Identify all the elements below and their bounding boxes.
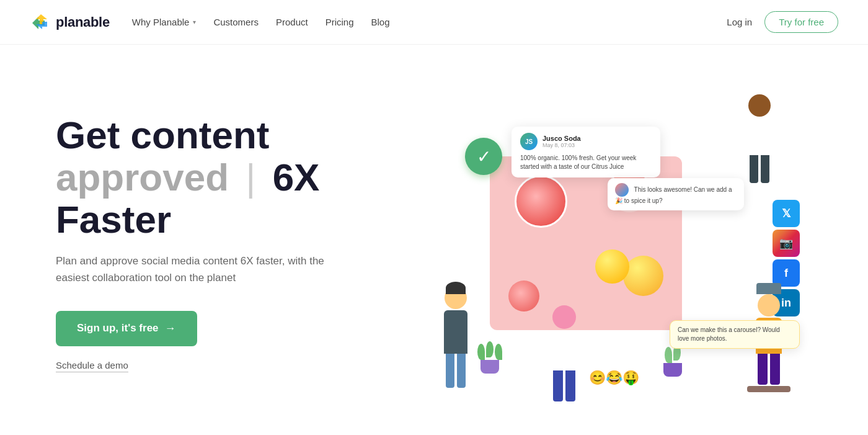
char3-head <box>748 94 771 117</box>
char2-leg-left <box>553 370 563 401</box>
post-avatar: JS <box>520 133 538 150</box>
char4-hat <box>756 283 781 294</box>
chevron-down-icon: ▾ <box>193 19 196 25</box>
emoji-2: 😂 <box>606 370 622 386</box>
char4-leg-right <box>770 354 780 385</box>
plant-pot-1 <box>480 360 499 374</box>
char4-legs <box>744 354 794 385</box>
commenter-avatar-1 <box>615 183 629 197</box>
plant-1 <box>477 344 502 374</box>
emoji-1: 😊 <box>589 370 606 386</box>
arrow-icon: → <box>165 322 176 335</box>
logo[interactable]: planable <box>30 12 110 33</box>
plant-leaves-2 <box>663 347 682 363</box>
post-text: 100% organic. 100% fresh. Get your week … <box>520 154 652 171</box>
char1-body <box>444 310 467 354</box>
skateboard <box>747 386 790 392</box>
char1-leg-left <box>446 354 454 388</box>
hero-heading-muted: approved <box>56 156 229 199</box>
char3-body <box>748 118 771 155</box>
nav-links: Why Planable ▾ Customers Product Pricing… <box>132 17 390 27</box>
signup-button[interactable]: Sign up, it's free → <box>56 311 197 346</box>
nav-pricing[interactable]: Pricing <box>326 17 354 27</box>
char2-head <box>552 305 576 329</box>
hero-section: Get content approved | 6X Faster Plan an… <box>0 45 868 429</box>
hero-divider: | <box>235 156 267 199</box>
demo-link[interactable]: Schedule a demo <box>56 360 128 372</box>
nav-left: planable Why Planable ▾ Customers Produc… <box>30 12 390 33</box>
char2-body <box>551 330 577 370</box>
plant-2 <box>663 347 682 377</box>
try-free-button[interactable]: Try for free <box>764 11 838 33</box>
hero-content: Get content approved | 6X Faster Plan an… <box>56 114 403 372</box>
logo-icon <box>30 12 51 33</box>
char1-leg-right <box>457 354 466 388</box>
emoji-pile: 😊 😂 🤑 <box>589 370 639 386</box>
character-1 <box>434 287 477 398</box>
char1-head <box>445 287 467 309</box>
char4-leg-left <box>758 354 768 385</box>
hero-illustration: ✓ JS Jusco Soda May 8, 07:03 100% organi… <box>403 82 818 405</box>
nav-blog[interactable]: Blog <box>371 17 390 27</box>
char3-leg-left <box>750 155 758 183</box>
character-3 <box>738 94 781 183</box>
comment-bubble-2: Can we make this a carousel? Would love … <box>670 320 800 349</box>
post-name: Jusco Soda <box>542 135 581 142</box>
hero-heading: Get content approved | 6X Faster <box>56 114 403 241</box>
nav-product[interactable]: Product <box>276 17 308 27</box>
post-meta: Jusco Soda May 8, 07:03 <box>542 135 581 148</box>
plant-leaf-1 <box>477 344 485 360</box>
nav-customers[interactable]: Customers <box>213 17 259 27</box>
post-time: May 8, 07:03 <box>542 142 581 148</box>
check-badge: ✓ <box>465 138 502 175</box>
login-button[interactable]: Log in <box>727 17 752 27</box>
post-card: JS Jusco Soda May 8, 07:03 100% organic.… <box>512 127 660 177</box>
char2-legs <box>539 370 589 401</box>
twitter-icon: 𝕏 <box>773 200 800 227</box>
char2-leg-right <box>565 370 575 401</box>
brand-name: planable <box>56 14 110 30</box>
fruit-grapefruit <box>515 175 567 228</box>
char3-leg-right <box>761 155 769 183</box>
character-2 <box>539 305 589 405</box>
char3-legs <box>738 155 781 183</box>
navbar: planable Why Planable ▾ Customers Produc… <box>0 0 868 45</box>
fruit-lemon-2 <box>595 249 629 284</box>
comment-bubble-1: This looks awesome! Can we add a 🎉 to sp… <box>608 178 744 210</box>
plant-pot-2 <box>663 363 682 377</box>
plant-leaf-2 <box>486 341 494 357</box>
instagram-icon: 📷 <box>773 230 800 257</box>
char4-head <box>758 294 780 316</box>
fruit-grapefruit-2 <box>508 280 539 312</box>
plant-leaves-1 <box>477 344 502 360</box>
char1-legs <box>434 354 477 388</box>
emoji-3: 🤑 <box>622 370 639 386</box>
nav-why-planable[interactable]: Why Planable ▾ <box>132 17 197 27</box>
post-card-header: JS Jusco Soda May 8, 07:03 <box>520 133 652 150</box>
fruit-lemon-1 <box>623 256 663 296</box>
plant-leaf-4 <box>665 347 672 363</box>
plant-leaf-3 <box>495 344 502 360</box>
hero-subheading: Plan and approve social media content 6X… <box>56 253 329 286</box>
nav-right: Log in Try for free <box>727 11 838 33</box>
